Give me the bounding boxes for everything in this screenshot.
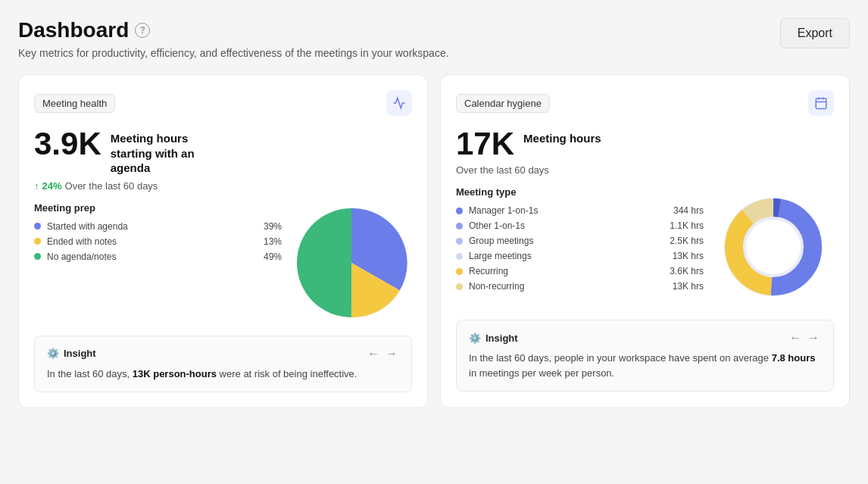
- svg-rect-0: [816, 98, 826, 109]
- legend-value-2-1: 1.1K hrs: [670, 220, 704, 231]
- donut-chart: [713, 186, 834, 308]
- metric-row-2: 17K Meeting hours: [456, 128, 834, 160]
- legend-label-2-3: Large meetings: [469, 251, 667, 261]
- legend-dot-2-0: [456, 208, 463, 214]
- legend-label-1-0: Started with agenda: [47, 221, 258, 232]
- trend-value-1: 24%: [42, 180, 62, 192]
- meeting-health-card: Meeting health 3.9K Meeting hours starti…: [18, 74, 428, 408]
- insight-text-2: In the last 60 days, people in your work…: [469, 351, 821, 380]
- insight-box-1: ⚙️ Insight ← → In the last 60 days, 13K …: [34, 336, 412, 393]
- legend-item-1-2: No agenda/notes 49%: [34, 251, 282, 262]
- insight-text-1: In the last 60 days, 13K person-hours we…: [47, 367, 399, 382]
- page-title: Dashboard ?: [18, 18, 449, 42]
- legend-value-1-1: 13%: [264, 236, 282, 247]
- insight-gear-icon: ⚙️: [47, 348, 59, 359]
- insight-header-1: ⚙️ Insight ← →: [47, 347, 399, 361]
- legend-title-2: Meeting type: [456, 186, 704, 198]
- insight-nav-1: ← →: [366, 347, 399, 361]
- help-icon[interactable]: ?: [135, 23, 150, 38]
- legend-label-2-5: Non-recurring: [469, 281, 667, 292]
- heart-pulse-icon: [386, 90, 412, 116]
- svg-point-9: [746, 220, 801, 274]
- legend-item-2-0: Manager 1-on-1s 344 hrs: [456, 205, 704, 216]
- legend-item-2-5: Non-recurring 13K hrs: [456, 281, 704, 292]
- insight-next-1[interactable]: →: [384, 347, 399, 361]
- legend-title-1: Meeting prep: [34, 202, 282, 214]
- legend-item-2-1: Other 1-on-1s 1.1K hrs: [456, 220, 704, 231]
- pie-chart: [291, 202, 412, 323]
- calendar-icon: [808, 90, 834, 116]
- subtitle-text: Key metrics for productivity, efficiency…: [18, 47, 449, 59]
- metric-label-1: Meeting hours starting with an agenda: [111, 128, 232, 176]
- card-header-1: Meeting health: [34, 90, 412, 116]
- legend-1: Meeting prep Started with agenda 39% End…: [34, 202, 282, 267]
- trend-period-1: Over the last 60 days: [65, 180, 158, 192]
- legend-2: Meeting type Manager 1-on-1s 344 hrs Oth…: [456, 186, 704, 296]
- legend-dot-2-4: [456, 268, 463, 275]
- legend-item-2-4: Recurring 3.6K hrs: [456, 266, 704, 276]
- title-text: Dashboard: [18, 18, 129, 42]
- insight-box-2: ⚙️ Insight ← → In the last 60 days, peop…: [456, 320, 834, 392]
- legend-dot-1-1: [34, 238, 41, 245]
- legend-item-2-2: Group meetings 2.5K hrs: [456, 236, 704, 246]
- cards-grid: Meeting health 3.9K Meeting hours starti…: [18, 74, 850, 408]
- insight-nav-2: ← →: [788, 331, 821, 345]
- legend-label-2-2: Group meetings: [469, 236, 663, 246]
- insight-title-1: ⚙️ Insight: [47, 348, 96, 359]
- legend-value-2-3: 13K hrs: [673, 251, 704, 261]
- calendar-hygiene-tag: Calendar hygiene: [456, 94, 550, 113]
- legend-label-1-2: No agenda/notes: [47, 251, 258, 262]
- metric-value-1: 3.9K: [34, 128, 101, 160]
- legend-dot-1-0: [34, 223, 41, 230]
- legend-value-2-4: 3.6K hrs: [670, 266, 704, 276]
- legend-dot-1-2: [34, 253, 41, 260]
- metric-value-2: 17K: [456, 128, 514, 160]
- legend-label-2-1: Other 1-on-1s: [469, 220, 663, 231]
- insight-next-2[interactable]: →: [806, 331, 821, 345]
- insight-prev-1[interactable]: ←: [366, 347, 381, 361]
- trend-1: ↑ 24% Over the last 60 days: [34, 180, 412, 192]
- legend-label-2-0: Manager 1-on-1s: [469, 205, 667, 216]
- legend-value-1-2: 49%: [264, 251, 282, 262]
- legend-value-1-0: 39%: [264, 221, 282, 232]
- insight-gear-icon-2: ⚙️: [469, 333, 481, 344]
- legend-dot-2-2: [456, 238, 463, 245]
- legend-value-2-2: 2.5K hrs: [670, 236, 704, 246]
- card-body-2: Meeting type Manager 1-on-1s 344 hrs Oth…: [456, 186, 834, 308]
- legend-item-1-0: Started with agenda 39%: [34, 221, 282, 232]
- meeting-health-tag: Meeting health: [34, 94, 115, 113]
- insight-prev-2[interactable]: ←: [788, 331, 803, 345]
- calendar-hygiene-card: Calendar hygiene 17K Meeting hours Over …: [440, 74, 850, 408]
- header-left: Dashboard ? Key metrics for productivity…: [18, 18, 449, 59]
- card-header-2: Calendar hygiene: [456, 90, 834, 116]
- legend-label-1-1: Ended with notes: [47, 236, 258, 247]
- trend-arrow-1: ↑: [34, 180, 39, 192]
- page-header: Dashboard ? Key metrics for productivity…: [18, 18, 850, 59]
- legend-item-2-3: Large meetings 13K hrs: [456, 251, 704, 261]
- legend-value-2-0: 344 hrs: [673, 205, 704, 216]
- insight-header-2: ⚙️ Insight ← →: [469, 331, 821, 345]
- legend-label-2-4: Recurring: [469, 266, 663, 276]
- card-body-1: Meeting prep Started with agenda 39% End…: [34, 202, 412, 323]
- legend-dot-2-3: [456, 253, 463, 260]
- legend-item-1-1: Ended with notes 13%: [34, 236, 282, 247]
- legend-value-2-5: 13K hrs: [673, 281, 704, 292]
- export-button[interactable]: Export: [780, 18, 850, 48]
- legend-dot-2-1: [456, 223, 463, 230]
- insight-title-2: ⚙️ Insight: [469, 333, 518, 344]
- legend-dot-2-5: [456, 283, 463, 290]
- metric-row-1: 3.9K Meeting hours starting with an agen…: [34, 128, 412, 176]
- trend-period-2: Over the last 60 days: [456, 164, 834, 176]
- metric-label-2: Meeting hours: [523, 128, 601, 146]
